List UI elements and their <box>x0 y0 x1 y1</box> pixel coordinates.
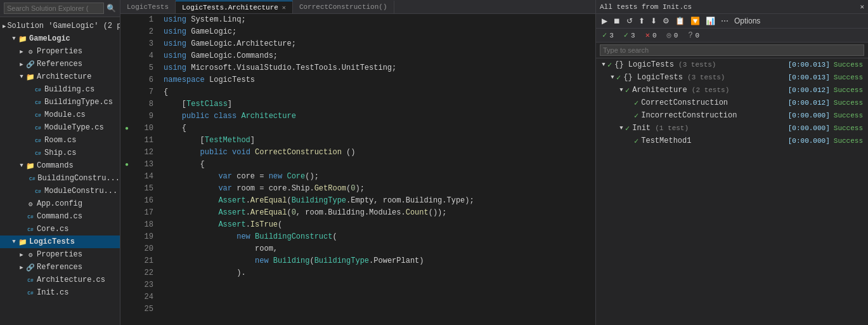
counter-icon: ✕ <box>645 30 650 40</box>
line-number: 22 <box>133 267 153 279</box>
test-toolbar-btn-4[interactable]: ⬇ <box>649 16 659 26</box>
test-tree-row-correct-construction[interactable]: ✓CorrectConstruction[0:00.012]Success <box>596 96 868 109</box>
sidebar-item-buildingtype-cs[interactable]: C#BuildingType.cs <box>0 96 120 109</box>
tab-correctconstruction-tab[interactable]: CorrectConstruction() <box>293 1 394 13</box>
test-result-icon: ✓ <box>607 60 612 70</box>
sidebar-item-gamelogic-refs[interactable]: ▶🔗References <box>0 58 120 70</box>
sidebar-item-gamelogic-folder[interactable]: ▼📁GameLogic <box>0 32 120 45</box>
sidebar-item-app-config[interactable]: ⚙App.config <box>0 197 120 210</box>
search-bar: 🔍 <box>0 0 120 17</box>
test-toolbar-btn-10[interactable]: Options <box>732 16 762 26</box>
code-line: public void CorrectConstruction () <box>164 147 595 159</box>
tree-icon: 🔗 <box>25 263 36 272</box>
sidebar-item-init-cs[interactable]: C#Init.cs <box>0 286 120 299</box>
test-counter-0: ✓3 <box>602 30 614 40</box>
sidebar-item-module-cs[interactable]: C#Module.cs <box>0 109 120 121</box>
sidebar-item-architecture-folder[interactable]: ▼📁Architecture <box>0 70 120 83</box>
tree-arrow: ▶ <box>18 251 25 258</box>
sidebar-item-core-cs[interactable]: C#Core.cs <box>0 223 120 235</box>
sidebar-item-gamelogic-props[interactable]: ▶⚙Properties <box>0 45 120 58</box>
test-tree-row-architecture-node[interactable]: ▼✓Architecture (2 tests)[0:00.012]Succes… <box>596 84 868 96</box>
line-number: 15 <box>133 183 153 195</box>
test-tree-row-init-node[interactable]: ▼✓Init (1 test)[0:00.000]Success <box>596 122 868 135</box>
tree-label: LogicTests <box>29 237 75 246</box>
sidebar-item-command-cs[interactable]: C#Command.cs <box>0 210 120 223</box>
sidebar-item-room-cs[interactable]: C#Room.cs <box>0 134 120 147</box>
test-toolbar-btn-3[interactable]: ⬆ <box>637 16 647 26</box>
tree-icon: C# <box>25 214 36 220</box>
tree-icon: 📁 <box>18 238 28 246</box>
code-line: using Microsoft.VisualStudio.TestTools.U… <box>164 62 595 74</box>
test-result-label: Success <box>834 137 863 145</box>
test-counter-2: ✕0 <box>645 30 657 40</box>
gutter-cell <box>120 50 133 62</box>
sidebar-item-ship-cs[interactable]: C#Ship.cs <box>0 147 120 159</box>
sidebar-item-logictests-folder[interactable]: ▼📁LogicTests <box>0 235 120 248</box>
code-line: { <box>164 159 595 171</box>
test-sublabel: (3 tests) <box>678 61 716 69</box>
gutter-cell <box>120 195 133 207</box>
tabs-bar: LogicTestsLogicTests.Architecture✕Correc… <box>120 0 595 14</box>
test-toolbar-btn-9[interactable]: ⋯ <box>719 16 730 26</box>
line-number: 8 <box>133 98 153 110</box>
tab-architecture-tab[interactable]: LogicTests.Architecture✕ <box>176 1 293 13</box>
code-line: Assert.IsTrue( <box>164 219 595 231</box>
counter-icon: ◎ <box>667 30 671 40</box>
code-editor[interactable]: using System.Linq;using GameLogic;using … <box>159 14 595 325</box>
gutter-cell <box>120 219 133 231</box>
code-line: public class Architecture <box>164 110 595 123</box>
tree-icon: C# <box>28 176 36 182</box>
tree-icon: ⚙ <box>25 251 36 259</box>
gutter-cell: ● <box>120 159 133 171</box>
sidebar-item-architecture-cs[interactable]: C#Architecture.cs <box>0 274 120 286</box>
test-toolbar-btn-8[interactable]: 📊 <box>704 16 717 26</box>
search-icon[interactable]: 🔍 <box>107 4 116 13</box>
gutter-cell <box>120 26 133 38</box>
sidebar-item-buildingconstru-cs[interactable]: C#BuildingConstru... <box>0 172 120 185</box>
test-tree-row-testmethod1[interactable]: ✓TestMethod1[0:00.000]Success <box>596 135 868 147</box>
test-toolbar-btn-7[interactable]: 🔽 <box>689 16 702 26</box>
tree-label: ModuleConstru... <box>44 187 117 196</box>
tree-icon: 📁 <box>25 73 36 81</box>
line-number: 18 <box>133 219 153 231</box>
tree-label: Solution 'GameLogic' (2 pr <box>7 22 120 30</box>
test-sublabel: (2 tests) <box>692 86 729 94</box>
gutter-cell <box>120 74 133 86</box>
search-input[interactable] <box>4 3 104 14</box>
sidebar-item-logictests-refs[interactable]: ▶🔗References <box>0 261 120 274</box>
test-toolbar-btn-6[interactable]: 📋 <box>673 16 687 26</box>
gutter-cell <box>120 267 133 279</box>
sidebar-item-moduleconstru-cs[interactable]: C#ModuleConstru... <box>0 185 120 197</box>
sidebar-item-logictests-props[interactable]: ▶⚙Properties <box>0 248 120 261</box>
sidebar-item-solution[interactable]: ▶Solution 'GameLogic' (2 pr <box>0 20 120 32</box>
test-toolbar-btn-1[interactable]: ⏹ <box>611 16 623 26</box>
tab-close-icon[interactable]: ✕ <box>282 4 286 11</box>
close-icon[interactable]: ✕ <box>860 3 864 11</box>
test-counter-4: ?0 <box>688 30 699 40</box>
test-toolbar-btn-2[interactable]: ↺ <box>625 16 635 26</box>
test-tree-arrow: ▼ <box>618 87 625 93</box>
counter-value: 0 <box>674 32 678 39</box>
sidebar-item-commands-folder[interactable]: ▼📁Commands <box>0 159 120 172</box>
tree-label: References <box>37 263 82 272</box>
tree-icon: C# <box>25 277 36 283</box>
tree-arrow: ▶ <box>18 264 25 271</box>
tree-arrow: ▼ <box>10 36 18 42</box>
test-tree-arrow: ▼ <box>600 62 607 68</box>
sidebar-item-building-cs[interactable]: C#Building.cs <box>0 83 120 96</box>
test-toolbar-btn-0[interactable]: ▶ <box>600 16 609 26</box>
test-tree-row-logictests-root[interactable]: ▼✓{} LogicTests (3 tests)[0:00.013]Succe… <box>596 58 868 71</box>
gutter-cell <box>120 231 133 243</box>
test-tree-row-logictests-inner[interactable]: ▼✓{} LogicTests (3 tests)[0:00.013]Succe… <box>596 71 868 84</box>
tree-label: Command.cs <box>37 212 82 221</box>
tab-logictests-tab[interactable]: LogicTests <box>120 1 176 13</box>
test-panel-header: All tests from Init.cs ✕ <box>596 0 868 14</box>
gutter-cell <box>120 62 133 74</box>
test-search-input[interactable] <box>600 44 864 56</box>
test-tree-row-incorrect-construction[interactable]: ✓IncorrectConstruction[0:00.000]Success <box>596 109 868 122</box>
tree-icon: C# <box>33 125 43 131</box>
line-number: 5 <box>133 62 153 74</box>
sidebar-item-moduletype-cs[interactable]: C#ModuleType.cs <box>0 121 120 134</box>
test-toolbar-btn-5[interactable]: ⚙ <box>661 16 671 26</box>
test-result-icon: ✓ <box>616 73 621 83</box>
